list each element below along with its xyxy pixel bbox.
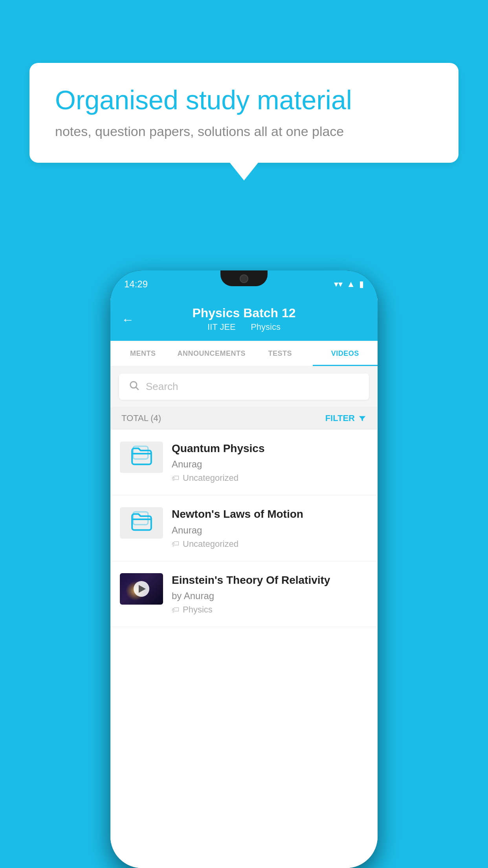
play-button-3[interactable] xyxy=(134,581,149,597)
search-placeholder: Search xyxy=(146,381,178,393)
subtitle-iitjee: IIT JEE xyxy=(207,322,236,332)
video-tag-2: 🏷 Uncategorized xyxy=(172,539,368,549)
phone-frame: 14:29 ▾▾ ▲ ▮ ← Physics Batch 12 IIT JEE … xyxy=(110,270,378,868)
tab-ments[interactable]: MENTS xyxy=(110,341,176,366)
app-header: ← Physics Batch 12 IIT JEE Physics xyxy=(110,298,378,341)
total-count: TOTAL (4) xyxy=(121,413,161,423)
back-button[interactable]: ← xyxy=(121,312,134,327)
tag-icon-3: 🏷 xyxy=(172,605,180,614)
svg-line-1 xyxy=(136,387,138,390)
video-author-2: Anurag xyxy=(172,525,368,536)
video-info-1: Quantum Physics Anurag 🏷 Uncategorized xyxy=(172,441,368,483)
video-tag-label-1: Uncategorized xyxy=(183,473,238,483)
app-subtitle: IIT JEE Physics xyxy=(122,322,366,332)
filter-button[interactable]: FILTER xyxy=(325,413,367,423)
total-bar: TOTAL (4) FILTER xyxy=(110,407,378,430)
folder-icon-1 xyxy=(129,443,154,472)
folder-icon-2 xyxy=(129,509,154,537)
search-container: Search xyxy=(110,366,378,407)
wifi-icon: ▾▾ xyxy=(334,279,343,289)
status-icons: ▾▾ ▲ ▮ xyxy=(334,279,364,289)
tag-icon-2: 🏷 xyxy=(172,539,180,548)
signal-icon: ▲ xyxy=(347,279,355,289)
video-item-1[interactable]: Quantum Physics Anurag 🏷 Uncategorized xyxy=(110,430,378,495)
play-triangle-icon xyxy=(139,585,146,593)
speech-bubble: Organised study material notes, question… xyxy=(29,63,459,163)
video-thumbnail-1 xyxy=(120,441,163,473)
tabs-bar: MENTS ANNOUNCEMENTS TESTS VIDEOS xyxy=(110,341,378,366)
subtitle-physics: Physics xyxy=(251,322,281,332)
search-bar[interactable]: Search xyxy=(119,373,369,400)
tab-tests[interactable]: TESTS xyxy=(248,341,313,366)
video-info-3: Einstein's Theory Of Relativity by Anura… xyxy=(172,573,368,615)
video-title-3: Einstein's Theory Of Relativity xyxy=(172,573,368,587)
speech-bubble-subtitle: notes, question papers, solutions all at… xyxy=(55,124,433,139)
filter-label: FILTER xyxy=(325,413,355,423)
video-tag-label-3: Physics xyxy=(183,605,213,615)
video-thumbnail-3 xyxy=(120,573,163,605)
filter-icon xyxy=(358,414,367,423)
status-bar: 14:29 ▾▾ ▲ ▮ xyxy=(110,270,378,298)
app-title: Physics Batch 12 xyxy=(122,306,366,320)
video-tag-label-2: Uncategorized xyxy=(183,539,238,549)
status-time: 14:29 xyxy=(124,279,148,290)
video-info-2: Newton's Laws of Motion Anurag 🏷 Uncateg… xyxy=(172,507,368,549)
video-item-2[interactable]: Newton's Laws of Motion Anurag 🏷 Uncateg… xyxy=(110,495,378,561)
video-list: Quantum Physics Anurag 🏷 Uncategorized xyxy=(110,430,378,868)
video-thumbnail-2 xyxy=(120,507,163,539)
tab-videos[interactable]: VIDEOS xyxy=(313,341,378,366)
phone-notch xyxy=(220,270,268,286)
search-icon xyxy=(128,380,139,394)
video-author-3: by Anurag xyxy=(172,590,368,601)
svg-point-0 xyxy=(130,382,137,388)
phone-screen: ← Physics Batch 12 IIT JEE Physics MENTS… xyxy=(110,298,378,868)
battery-icon: ▮ xyxy=(359,279,364,289)
camera-icon xyxy=(240,274,248,283)
video-tag-1: 🏷 Uncategorized xyxy=(172,473,368,483)
tab-announcements[interactable]: ANNOUNCEMENTS xyxy=(176,341,248,366)
video-author-1: Anurag xyxy=(172,459,368,470)
speech-bubble-title: Organised study material xyxy=(55,85,433,115)
tag-icon-1: 🏷 xyxy=(172,474,180,483)
video-title-1: Quantum Physics xyxy=(172,441,368,456)
video-title-2: Newton's Laws of Motion xyxy=(172,507,368,521)
video-tag-3: 🏷 Physics xyxy=(172,605,368,615)
video-item-3[interactable]: Einstein's Theory Of Relativity by Anura… xyxy=(110,561,378,627)
